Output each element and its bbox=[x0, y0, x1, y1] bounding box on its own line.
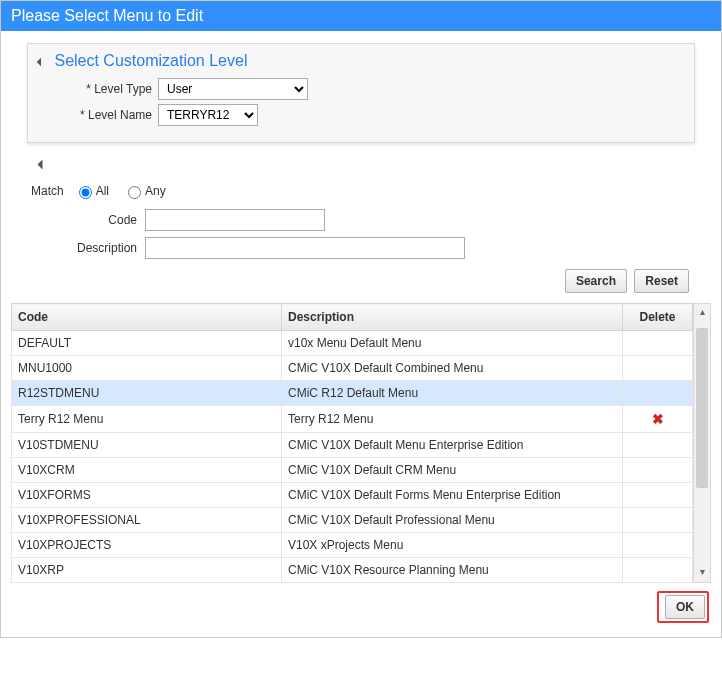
match-all-input[interactable] bbox=[79, 186, 92, 199]
match-any-label: Any bbox=[145, 184, 166, 198]
cell-code: V10XPROJECTS bbox=[12, 533, 282, 558]
dialog-title: Please Select Menu to Edit bbox=[1, 1, 721, 31]
cell-code: Terry R12 Menu bbox=[12, 406, 282, 433]
table-row[interactable]: Terry R12 MenuTerry R12 Menu✖ bbox=[12, 406, 693, 433]
match-all-radio[interactable]: All bbox=[74, 183, 109, 199]
reset-button[interactable]: Reset bbox=[634, 269, 689, 293]
header-description[interactable]: Description bbox=[282, 304, 623, 331]
cell-delete bbox=[623, 508, 693, 533]
grid-scrollbar[interactable]: ▴ ▾ bbox=[693, 303, 711, 583]
match-any-radio[interactable]: Any bbox=[123, 183, 166, 199]
panel-header-text: Select Customization Level bbox=[54, 52, 247, 69]
level-type-row: Level Type User bbox=[38, 78, 684, 100]
cell-description: v10x Menu Default Menu bbox=[282, 331, 623, 356]
level-name-label: Level Name bbox=[56, 108, 152, 122]
panel-header[interactable]: Select Customization Level bbox=[38, 52, 684, 70]
ok-highlight: OK bbox=[657, 591, 709, 623]
level-name-row: Level Name TERRYR12 bbox=[38, 104, 684, 126]
cell-description: CMiC V10X Default CRM Menu bbox=[282, 458, 623, 483]
table-row[interactable]: V10XPROJECTSV10X xProjects Menu bbox=[12, 533, 693, 558]
customization-level-panel: Select Customization Level Level Type Us… bbox=[27, 43, 695, 143]
table-row[interactable]: MNU1000CMiC V10X Default Combined Menu bbox=[12, 356, 693, 381]
scroll-up-icon[interactable]: ▴ bbox=[694, 304, 710, 322]
cell-code: V10XRP bbox=[12, 558, 282, 583]
cell-delete bbox=[623, 533, 693, 558]
match-row: Match All Any bbox=[27, 183, 695, 199]
search-buttons: Search Reset bbox=[27, 265, 695, 303]
cell-description: CMiC V10X Default Forms Menu Enterprise … bbox=[282, 483, 623, 508]
table-row[interactable]: V10XPROFESSIONALCMiC V10X Default Profes… bbox=[12, 508, 693, 533]
description-row: Description bbox=[27, 237, 695, 259]
cell-code: R12STDMENU bbox=[12, 381, 282, 406]
code-label: Code bbox=[27, 213, 137, 227]
results-grid: Code Description Delete DEFAULTv10x Menu… bbox=[11, 303, 693, 583]
cell-delete bbox=[623, 458, 693, 483]
search-button[interactable]: Search bbox=[565, 269, 627, 293]
cell-code: V10XCRM bbox=[12, 458, 282, 483]
table-row[interactable]: V10STDMENUCMiC V10X Default Menu Enterpr… bbox=[12, 433, 693, 458]
dialog-content: Select Customization Level Level Type Us… bbox=[1, 31, 721, 637]
cell-delete bbox=[623, 483, 693, 508]
table-row[interactable]: V10XRPCMiC V10X Resource Planning Menu bbox=[12, 558, 693, 583]
table-row[interactable]: V10XFORMSCMiC V10X Default Forms Menu En… bbox=[12, 483, 693, 508]
scroll-thumb[interactable] bbox=[696, 328, 708, 488]
disclosure-icon bbox=[37, 58, 45, 66]
cell-delete[interactable]: ✖ bbox=[623, 406, 693, 433]
level-name-select[interactable]: TERRYR12 bbox=[158, 104, 258, 126]
cell-description: CMiC V10X Default Menu Enterprise Editio… bbox=[282, 433, 623, 458]
match-label: Match bbox=[31, 184, 64, 198]
search-block: Match All Any Code Description Search bbox=[27, 157, 695, 303]
cell-code: DEFAULT bbox=[12, 331, 282, 356]
cell-delete bbox=[623, 331, 693, 356]
results-grid-wrap: Code Description Delete DEFAULTv10x Menu… bbox=[11, 303, 711, 583]
cell-delete bbox=[623, 558, 693, 583]
header-delete[interactable]: Delete bbox=[623, 304, 693, 331]
dialog: Please Select Menu to Edit Select Custom… bbox=[0, 0, 722, 638]
header-code[interactable]: Code bbox=[12, 304, 282, 331]
match-any-input[interactable] bbox=[128, 186, 141, 199]
level-type-select[interactable]: User bbox=[158, 78, 308, 100]
level-type-label: Level Type bbox=[56, 82, 152, 96]
table-row[interactable]: DEFAULTv10x Menu Default Menu bbox=[12, 331, 693, 356]
table-row[interactable]: R12STDMENUCMiC R12 Default Menu bbox=[12, 381, 693, 406]
cell-delete bbox=[623, 356, 693, 381]
cell-delete bbox=[623, 433, 693, 458]
scroll-down-icon[interactable]: ▾ bbox=[694, 564, 710, 582]
cell-description: CMiC V10X Resource Planning Menu bbox=[282, 558, 623, 583]
search-disclosure-icon[interactable] bbox=[38, 160, 48, 170]
code-input[interactable] bbox=[145, 209, 325, 231]
cell-description: V10X xProjects Menu bbox=[282, 533, 623, 558]
cell-delete bbox=[623, 381, 693, 406]
grid-header-row: Code Description Delete bbox=[12, 304, 693, 331]
cell-code: V10STDMENU bbox=[12, 433, 282, 458]
match-all-label: All bbox=[96, 184, 109, 198]
cell-description: Terry R12 Menu bbox=[282, 406, 623, 433]
table-row[interactable]: V10XCRMCMiC V10X Default CRM Menu bbox=[12, 458, 693, 483]
cell-code: MNU1000 bbox=[12, 356, 282, 381]
cell-code: V10XPROFESSIONAL bbox=[12, 508, 282, 533]
delete-icon[interactable]: ✖ bbox=[652, 411, 664, 427]
dialog-footer: OK bbox=[7, 583, 715, 631]
description-label: Description bbox=[27, 241, 137, 255]
code-row: Code bbox=[27, 209, 695, 231]
description-input[interactable] bbox=[145, 237, 465, 259]
cell-description: CMiC R12 Default Menu bbox=[282, 381, 623, 406]
cell-description: CMiC V10X Default Combined Menu bbox=[282, 356, 623, 381]
cell-code: V10XFORMS bbox=[12, 483, 282, 508]
ok-button[interactable]: OK bbox=[665, 595, 705, 619]
cell-description: CMiC V10X Default Professional Menu bbox=[282, 508, 623, 533]
